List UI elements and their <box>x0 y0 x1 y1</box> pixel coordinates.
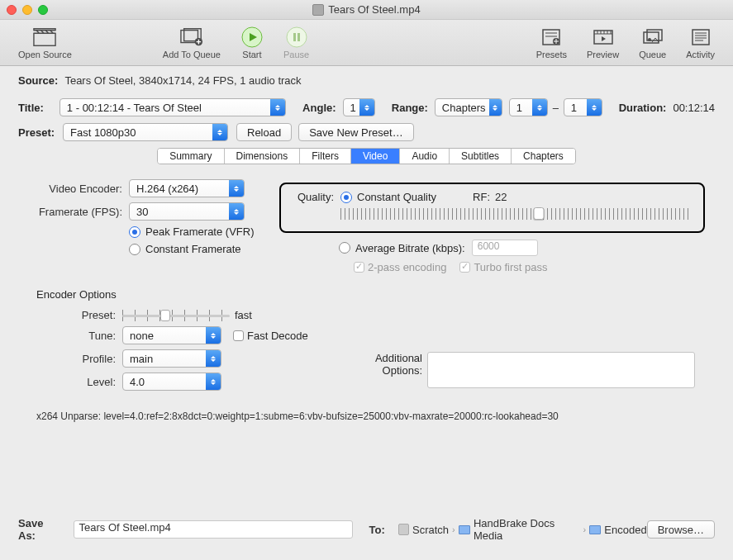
turbo-first-pass-checkbox <box>459 262 470 273</box>
folder-icon <box>459 525 470 534</box>
to-label: To: <box>369 524 385 536</box>
tab-dimensions[interactable]: Dimensions <box>225 149 301 164</box>
level-select[interactable]: 4.0 <box>122 373 221 391</box>
range-mode-select[interactable]: Chapters <box>435 98 502 116</box>
source-label: Source: <box>18 74 58 87</box>
preset-select[interactable]: Fast 1080p30 <box>63 123 228 141</box>
start-button[interactable]: Start <box>231 25 274 61</box>
constant-quality-label: Constant Quality <box>357 191 436 203</box>
pause-icon <box>285 26 308 48</box>
tab-audio[interactable]: Audio <box>400 149 450 164</box>
profile-select[interactable]: main <box>122 349 221 368</box>
film-clapper-icon <box>33 26 56 48</box>
add-to-queue-icon <box>180 26 203 48</box>
rf-label: RF: <box>473 191 490 203</box>
save-as-input[interactable]: Tears Of Steel.mp4 <box>74 520 353 539</box>
rf-value: 22 <box>495 191 507 203</box>
chevron-right-icon: › <box>583 524 586 534</box>
additional-options-label: Additional Options: <box>332 352 427 396</box>
tab-bar: Summary Dimensions Filters Video Audio S… <box>18 148 715 164</box>
svg-rect-1 <box>34 28 55 30</box>
browse-button[interactable]: Browse… <box>647 520 715 539</box>
svg-rect-15 <box>693 30 709 45</box>
disk-icon <box>398 524 409 535</box>
peak-framerate-label: Peak Framerate (VFR) <box>145 225 254 238</box>
average-bitrate-radio[interactable] <box>339 242 350 254</box>
angle-select[interactable]: 1 <box>343 98 375 116</box>
toolbar: Open Source Add To Queue Start Pause Pre… <box>0 20 733 66</box>
constant-quality-radio[interactable] <box>340 192 352 203</box>
two-pass-label: 2-pass encoding <box>368 261 446 273</box>
duration-label: Duration: <box>619 102 667 114</box>
quality-label: Quality: <box>293 191 340 203</box>
presets-button[interactable]: Presets <box>526 25 577 61</box>
tab-subtitles[interactable]: Subtitles <box>450 149 512 164</box>
profile-label: Profile: <box>18 353 122 365</box>
range-to-select[interactable]: 1 <box>564 98 602 116</box>
titlebar: Tears Of Steel.mp4 <box>0 0 733 20</box>
quality-slider[interactable] <box>340 208 688 220</box>
level-label: Level: <box>18 376 122 388</box>
encoder-preset-label: Preset: <box>18 309 122 321</box>
title-label: Title: <box>18 102 53 114</box>
activity-button[interactable]: Activity <box>676 25 725 61</box>
svg-point-6 <box>287 27 307 47</box>
fast-decode-label: Fast Decode <box>247 330 308 342</box>
preview-button[interactable]: Preview <box>577 25 629 61</box>
tab-chapters[interactable]: Chapters <box>512 149 575 164</box>
svg-rect-7 <box>293 33 296 41</box>
minimize-window-button[interactable] <box>22 5 32 15</box>
tab-summary[interactable]: Summary <box>158 149 224 164</box>
range-label: Range: <box>392 102 428 114</box>
average-bitrate-input[interactable]: 6000 <box>472 240 538 256</box>
angle-label: Angle: <box>302 102 336 114</box>
queue-icon <box>641 26 664 48</box>
activity-icon <box>689 26 712 48</box>
add-to-queue-button[interactable]: Add To Queue <box>153 25 231 61</box>
title-select[interactable]: 1 - 00:12:14 - Tears Of Steel <box>59 98 286 116</box>
framerate-select[interactable]: 30 <box>129 202 245 221</box>
video-encoder-label: Video Encoder: <box>18 183 129 195</box>
chevron-right-icon: › <box>452 524 455 534</box>
open-source-button[interactable]: Open Source <box>8 25 82 61</box>
preset-label: Preset: <box>18 126 56 139</box>
fullscreen-window-button[interactable] <box>38 5 48 15</box>
close-window-button[interactable] <box>7 5 17 15</box>
tab-filters[interactable]: Filters <box>300 149 351 164</box>
svg-rect-0 <box>34 33 55 45</box>
queue-button[interactable]: Queue <box>629 25 676 61</box>
svg-point-14 <box>648 38 651 41</box>
range-from-select[interactable]: 1 <box>509 98 548 116</box>
framerate-label: Framerate (FPS): <box>18 206 129 218</box>
document-icon <box>312 4 324 16</box>
average-bitrate-label: Average Bitrate (kbps): <box>355 242 465 254</box>
constant-framerate-label: Constant Framerate <box>145 243 241 255</box>
pause-button[interactable]: Pause <box>274 25 319 61</box>
constant-framerate-radio[interactable] <box>129 244 140 255</box>
encoder-preset-slider[interactable] <box>122 310 230 321</box>
svg-rect-12 <box>644 32 659 43</box>
video-encoder-select[interactable]: H.264 (x264) <box>129 179 245 197</box>
tune-label: Tune: <box>18 330 122 342</box>
encoder-preset-speed: fast <box>235 309 252 321</box>
tune-select[interactable]: none <box>122 326 221 344</box>
svg-rect-8 <box>297 33 300 41</box>
tab-video[interactable]: Video <box>351 149 400 164</box>
destination-path[interactable]: Scratch › HandBrake Docs Media › Encoded <box>398 517 647 542</box>
presets-icon <box>540 26 563 48</box>
source-value: Tears Of Steel, 3840x1714, 24 FPS, 1 aud… <box>64 74 301 87</box>
svg-rect-11 <box>594 31 612 44</box>
play-icon <box>240 26 264 48</box>
window-title: Tears Of Steel.mp4 <box>328 3 420 16</box>
additional-options-input[interactable] <box>427 352 695 388</box>
save-new-preset-button[interactable]: Save New Preset… <box>298 123 413 141</box>
fast-decode-checkbox[interactable] <box>233 330 244 341</box>
save-as-label: Save As: <box>18 517 62 542</box>
turbo-first-pass-label: Turbo first pass <box>474 261 547 273</box>
encoder-options-heading: Encoder Options <box>36 288 715 301</box>
two-pass-checkbox <box>354 262 364 273</box>
preview-icon <box>592 26 615 48</box>
reload-button[interactable]: Reload <box>236 123 292 141</box>
peak-framerate-radio[interactable] <box>129 226 140 238</box>
quality-section: Quality: Constant Quality RF: 22 <box>279 183 705 233</box>
